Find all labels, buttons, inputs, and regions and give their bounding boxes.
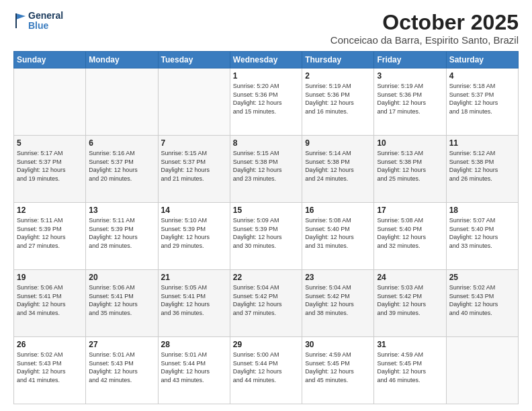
day-info: Sunrise: 5:19 AM Sunset: 5:36 PM Dayligh…: [305, 82, 371, 116]
header: General Blue October 2025 Conceicao da B…: [13, 11, 519, 46]
day-info: Sunrise: 5:01 AM Sunset: 5:43 PM Dayligh…: [89, 351, 154, 384]
col-header-thursday: Thursday: [302, 52, 374, 68]
day-number: 1: [233, 71, 299, 81]
day-number: 22: [233, 273, 299, 282]
day-info: Sunrise: 5:13 AM Sunset: 5:38 PM Dayligh…: [377, 149, 443, 183]
day-number: 3: [377, 71, 443, 81]
month-title: October 2025: [330, 11, 519, 34]
day-number: 9: [305, 138, 371, 148]
day-number: 8: [233, 138, 299, 148]
calendar-cell: 31Sunrise: 4:59 AM Sunset: 5:45 PM Dayli…: [374, 337, 446, 404]
day-info: Sunrise: 5:08 AM Sunset: 5:40 PM Dayligh…: [377, 216, 443, 250]
col-header-wednesday: Wednesday: [230, 52, 302, 68]
day-info: Sunrise: 5:15 AM Sunset: 5:37 PM Dayligh…: [161, 149, 227, 183]
calendar-cell: 26Sunrise: 5:02 AM Sunset: 5:43 PM Dayli…: [14, 337, 86, 404]
day-info: Sunrise: 5:01 AM Sunset: 5:44 PM Dayligh…: [161, 351, 227, 384]
day-info: Sunrise: 5:09 AM Sunset: 5:39 PM Dayligh…: [233, 216, 299, 250]
day-info: Sunrise: 5:04 AM Sunset: 5:42 PM Dayligh…: [233, 283, 299, 317]
day-number: 6: [89, 138, 154, 148]
calendar-cell: 19Sunrise: 5:06 AM Sunset: 5:41 PM Dayli…: [14, 270, 86, 337]
day-number: 4: [449, 71, 515, 81]
day-number: 13: [89, 205, 154, 215]
calendar-cell: 5Sunrise: 5:17 AM Sunset: 5:37 PM Daylig…: [14, 136, 86, 203]
title-area: October 2025 Conceicao da Barra, Espirit…: [330, 11, 519, 46]
day-info: Sunrise: 5:18 AM Sunset: 5:37 PM Dayligh…: [449, 82, 515, 116]
day-number: 27: [89, 340, 154, 349]
calendar-cell: 12Sunrise: 5:11 AM Sunset: 5:39 PM Dayli…: [14, 203, 86, 270]
calendar-cell: 27Sunrise: 5:01 AM Sunset: 5:43 PM Dayli…: [86, 337, 158, 404]
calendar-cell: [86, 68, 158, 136]
day-number: 30: [305, 340, 371, 349]
logo-blue: Blue: [28, 21, 63, 31]
day-number: 25: [449, 273, 515, 282]
logo-flag-icon: [13, 11, 28, 30]
day-number: 10: [377, 138, 443, 148]
day-number: 16: [305, 205, 371, 215]
day-info: Sunrise: 5:02 AM Sunset: 5:43 PM Dayligh…: [449, 283, 515, 317]
calendar-cell: 29Sunrise: 5:00 AM Sunset: 5:44 PM Dayli…: [230, 337, 302, 404]
day-number: 7: [161, 138, 227, 148]
calendar-cell: 6Sunrise: 5:16 AM Sunset: 5:37 PM Daylig…: [86, 136, 158, 203]
day-info: Sunrise: 4:59 AM Sunset: 5:45 PM Dayligh…: [377, 351, 443, 384]
day-number: 5: [17, 138, 83, 148]
day-info: Sunrise: 5:05 AM Sunset: 5:41 PM Dayligh…: [161, 283, 227, 317]
day-info: Sunrise: 5:15 AM Sunset: 5:38 PM Dayligh…: [233, 149, 299, 183]
day-number: 11: [449, 138, 515, 148]
col-header-tuesday: Tuesday: [158, 52, 230, 68]
day-number: 14: [161, 205, 227, 215]
day-info: Sunrise: 4:59 AM Sunset: 5:45 PM Dayligh…: [305, 351, 371, 384]
day-info: Sunrise: 5:07 AM Sunset: 5:40 PM Dayligh…: [449, 216, 515, 250]
day-number: 19: [17, 273, 83, 282]
day-number: 18: [449, 205, 515, 215]
col-header-monday: Monday: [86, 52, 158, 68]
location-title: Conceicao da Barra, Espirito Santo, Braz…: [330, 34, 519, 46]
col-header-friday: Friday: [374, 52, 446, 68]
day-number: 2: [305, 71, 371, 81]
calendar-cell: 28Sunrise: 5:01 AM Sunset: 5:44 PM Dayli…: [158, 337, 230, 404]
day-info: Sunrise: 5:08 AM Sunset: 5:40 PM Dayligh…: [305, 216, 371, 250]
calendar-cell: 20Sunrise: 5:06 AM Sunset: 5:41 PM Dayli…: [86, 270, 158, 337]
calendar-cell: 8Sunrise: 5:15 AM Sunset: 5:38 PM Daylig…: [230, 136, 302, 203]
day-number: 29: [233, 340, 299, 349]
day-number: 23: [305, 273, 371, 282]
day-info: Sunrise: 5:19 AM Sunset: 5:36 PM Dayligh…: [377, 82, 443, 116]
calendar-cell: 23Sunrise: 5:04 AM Sunset: 5:42 PM Dayli…: [302, 270, 374, 337]
day-info: Sunrise: 5:11 AM Sunset: 5:39 PM Dayligh…: [89, 216, 154, 250]
day-info: Sunrise: 5:20 AM Sunset: 5:36 PM Dayligh…: [233, 82, 299, 116]
day-number: 12: [17, 205, 83, 215]
day-info: Sunrise: 5:06 AM Sunset: 5:41 PM Dayligh…: [17, 283, 83, 317]
calendar: SundayMondayTuesdayWednesdayThursdayFrid…: [13, 51, 519, 404]
calendar-cell: 9Sunrise: 5:14 AM Sunset: 5:38 PM Daylig…: [302, 136, 374, 203]
calendar-cell: 24Sunrise: 5:03 AM Sunset: 5:42 PM Dayli…: [374, 270, 446, 337]
calendar-cell: [14, 68, 86, 136]
day-number: 20: [89, 273, 154, 282]
day-info: Sunrise: 5:12 AM Sunset: 5:38 PM Dayligh…: [449, 149, 515, 183]
day-number: 24: [377, 273, 443, 282]
calendar-cell: 18Sunrise: 5:07 AM Sunset: 5:40 PM Dayli…: [446, 203, 518, 270]
day-number: 15: [233, 205, 299, 215]
day-info: Sunrise: 5:04 AM Sunset: 5:42 PM Dayligh…: [305, 283, 371, 317]
col-header-sunday: Sunday: [14, 52, 86, 68]
day-info: Sunrise: 5:17 AM Sunset: 5:37 PM Dayligh…: [17, 149, 83, 183]
col-header-saturday: Saturday: [446, 52, 518, 68]
day-info: Sunrise: 5:02 AM Sunset: 5:43 PM Dayligh…: [17, 351, 83, 384]
day-info: Sunrise: 5:11 AM Sunset: 5:39 PM Dayligh…: [17, 216, 83, 250]
svg-rect-1: [15, 13, 17, 28]
calendar-cell: 11Sunrise: 5:12 AM Sunset: 5:38 PM Dayli…: [446, 136, 518, 203]
day-number: 21: [161, 273, 227, 282]
calendar-cell: 22Sunrise: 5:04 AM Sunset: 5:42 PM Dayli…: [230, 270, 302, 337]
day-number: 28: [161, 340, 227, 349]
calendar-cell: 10Sunrise: 5:13 AM Sunset: 5:38 PM Dayli…: [374, 136, 446, 203]
calendar-cell: 13Sunrise: 5:11 AM Sunset: 5:39 PM Dayli…: [86, 203, 158, 270]
day-number: 26: [17, 340, 83, 349]
svg-marker-0: [16, 13, 26, 19]
logo: General Blue: [13, 11, 63, 32]
day-info: Sunrise: 5:06 AM Sunset: 5:41 PM Dayligh…: [89, 283, 154, 317]
calendar-cell: 2Sunrise: 5:19 AM Sunset: 5:36 PM Daylig…: [302, 68, 374, 136]
calendar-cell: 3Sunrise: 5:19 AM Sunset: 5:36 PM Daylig…: [374, 68, 446, 136]
logo-general: General: [28, 11, 63, 21]
day-info: Sunrise: 5:00 AM Sunset: 5:44 PM Dayligh…: [233, 351, 299, 384]
day-info: Sunrise: 5:10 AM Sunset: 5:39 PM Dayligh…: [161, 216, 227, 250]
calendar-cell: 25Sunrise: 5:02 AM Sunset: 5:43 PM Dayli…: [446, 270, 518, 337]
day-info: Sunrise: 5:14 AM Sunset: 5:38 PM Dayligh…: [305, 149, 371, 183]
